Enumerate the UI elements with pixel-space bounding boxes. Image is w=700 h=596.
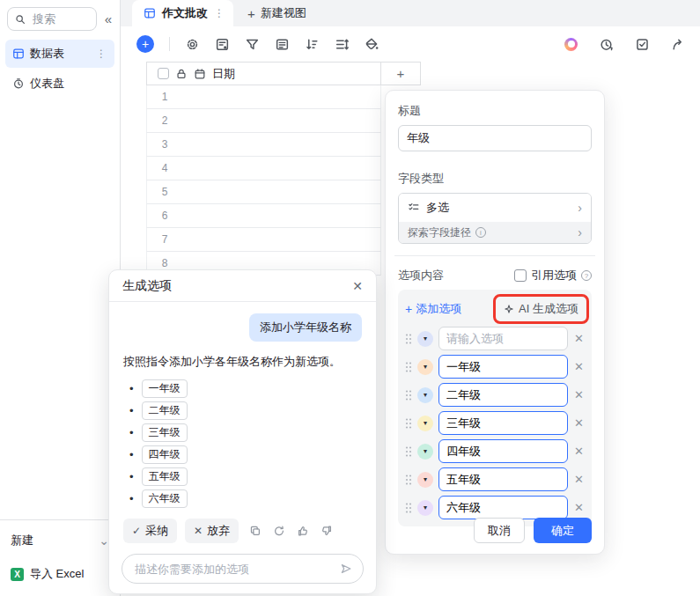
option-input[interactable] [438, 411, 568, 435]
table-row[interactable]: 6 [146, 204, 381, 228]
drag-handle-icon[interactable] [405, 389, 412, 401]
option-color-dropdown[interactable]: ▾ [417, 416, 433, 431]
data-grid: 日期 + 1 2 3 4 5 6 7 8 [146, 62, 421, 276]
search-input[interactable] [31, 11, 90, 26]
option-color-dropdown[interactable]: ▾ [417, 472, 433, 488]
generated-option-tag: 二年级 [142, 401, 188, 420]
task-checkbox-icon[interactable] [635, 37, 650, 52]
select-all-checkbox[interactable] [158, 68, 169, 79]
close-icon[interactable]: ✕ [352, 279, 363, 293]
drag-handle-icon[interactable] [405, 361, 412, 373]
table-row[interactable]: 5 [146, 180, 381, 204]
option-color-dropdown[interactable]: ▾ [417, 359, 433, 375]
remove-option-icon[interactable]: ✕ [573, 445, 585, 458]
drag-handle-icon[interactable] [405, 417, 412, 430]
collapse-sidebar-icon[interactable]: « [101, 11, 115, 26]
remove-option-icon[interactable]: ✕ [573, 388, 585, 401]
more-icon[interactable]: ⋮ [214, 7, 225, 19]
drag-handle-icon[interactable] [405, 502, 412, 514]
send-icon[interactable] [340, 563, 352, 575]
plus-icon: + [405, 302, 412, 316]
thumb-up-icon[interactable] [297, 525, 309, 537]
row-number: 4 [147, 162, 182, 174]
remove-option-icon[interactable]: ✕ [573, 416, 585, 430]
table-row[interactable]: 4 [146, 157, 381, 180]
remove-option-icon[interactable]: ✕ [573, 501, 585, 514]
option-color-dropdown[interactable]: ▾ [417, 387, 433, 403]
generated-option-tag: 五年级 [142, 467, 188, 486]
options-list-container: + 添加选项 AI 生成选项 ▾ ✕ ▾ ✕ ▾ ✕ [398, 290, 592, 526]
drag-handle-icon[interactable] [405, 474, 412, 486]
field-title-input[interactable] [398, 125, 592, 151]
accept-button[interactable]: ✓ 采纳 [123, 519, 177, 543]
filter-icon[interactable] [245, 37, 260, 52]
column-header-date[interactable]: 日期 [146, 62, 381, 85]
copy-icon[interactable] [249, 525, 262, 537]
ai-generate-options-label: AI 生成选项 [519, 301, 578, 317]
sidebar-item-datatable[interactable]: 数据表 ⋮ [5, 40, 114, 68]
settings-gear-icon[interactable] [185, 37, 200, 52]
tab-new-view[interactable]: + 新建视图 [233, 0, 321, 26]
search-box[interactable] [7, 7, 97, 31]
import-excel-button[interactable]: X 导入 Excel [11, 564, 109, 584]
table-row[interactable]: 1 [146, 85, 381, 109]
option-color-dropdown[interactable]: ▾ [417, 444, 433, 460]
add-record-button[interactable]: + [136, 35, 154, 53]
dashboard-clock-icon [12, 77, 25, 90]
option-input[interactable] [438, 383, 568, 407]
triangle-down-icon: ▾ [424, 392, 427, 399]
prompt-input[interactable] [133, 562, 333, 577]
ai-assistant-icon[interactable] [564, 38, 578, 51]
dialog-title: 生成选项 [122, 278, 172, 294]
option-input[interactable] [438, 355, 568, 379]
user-message-bubble: 添加小学年级名称 [249, 313, 362, 342]
table-row[interactable]: 2 [146, 109, 381, 133]
option-color-dropdown[interactable]: ▾ [417, 331, 433, 347]
option-input[interactable] [438, 327, 568, 350]
add-option-button[interactable]: + 添加选项 [405, 301, 461, 317]
regenerate-icon[interactable] [273, 525, 285, 537]
option-input[interactable] [438, 439, 568, 463]
lock-icon [175, 68, 188, 80]
field-type-select[interactable]: 多选 › [399, 194, 591, 222]
generated-option-tag: 六年级 [142, 489, 188, 508]
cancel-button[interactable]: 取消 [474, 518, 525, 543]
option-row: ▾ ✕ [405, 411, 585, 435]
sort-icon[interactable] [305, 37, 320, 52]
remove-option-icon[interactable]: ✕ [573, 360, 585, 373]
share-arrow-icon[interactable] [671, 37, 686, 52]
paint-bucket-icon[interactable] [365, 37, 379, 52]
reference-options-toggle[interactable]: 引用选项 ? [514, 268, 592, 283]
bullet: • [129, 426, 134, 439]
remove-option-icon[interactable]: ✕ [573, 332, 585, 345]
table-row[interactable]: 7 [146, 228, 381, 252]
prompt-input-box[interactable] [122, 554, 364, 584]
field-config-icon[interactable] [215, 37, 230, 52]
discard-button[interactable]: ✕ 放弃 [185, 519, 239, 543]
drag-handle-icon[interactable] [405, 333, 412, 345]
bullet: • [129, 492, 134, 505]
drag-handle-icon[interactable] [405, 445, 412, 458]
card-view-icon[interactable] [275, 37, 290, 52]
new-section-toggle[interactable]: 新建 ⌄ [11, 531, 109, 550]
sidebar-item-dashboard[interactable]: 仪表盘 [5, 70, 114, 98]
option-input[interactable] [438, 467, 568, 491]
confirm-button[interactable]: 确定 [534, 518, 592, 543]
row-height-icon[interactable] [335, 37, 350, 52]
option-color-dropdown[interactable]: ▾ [417, 500, 433, 516]
column-header-label: 日期 [212, 66, 235, 82]
tab-essay-grading[interactable]: 作文批改 ⋮ [132, 0, 233, 26]
field-shortcut-row[interactable]: 探索字段捷径 i › [399, 222, 591, 243]
thumb-down-icon[interactable] [321, 525, 333, 537]
history-clock-icon[interactable] [599, 37, 614, 52]
remove-option-icon[interactable]: ✕ [573, 473, 585, 486]
add-column-button[interactable]: + [381, 62, 421, 85]
option-input[interactable] [438, 496, 568, 519]
ai-generate-options-button-highlighted[interactable]: AI 生成选项 [493, 294, 589, 324]
option-row: ▾ ✕ [405, 496, 585, 519]
table-row[interactable]: 3 [146, 133, 381, 157]
more-icon[interactable]: ⋮ [96, 48, 107, 60]
reference-options-checkbox[interactable] [514, 269, 527, 282]
ai-response-text: 按照指令添加小学各年级名称作为新选项。 [123, 354, 362, 370]
triangle-down-icon: ▾ [424, 420, 427, 427]
